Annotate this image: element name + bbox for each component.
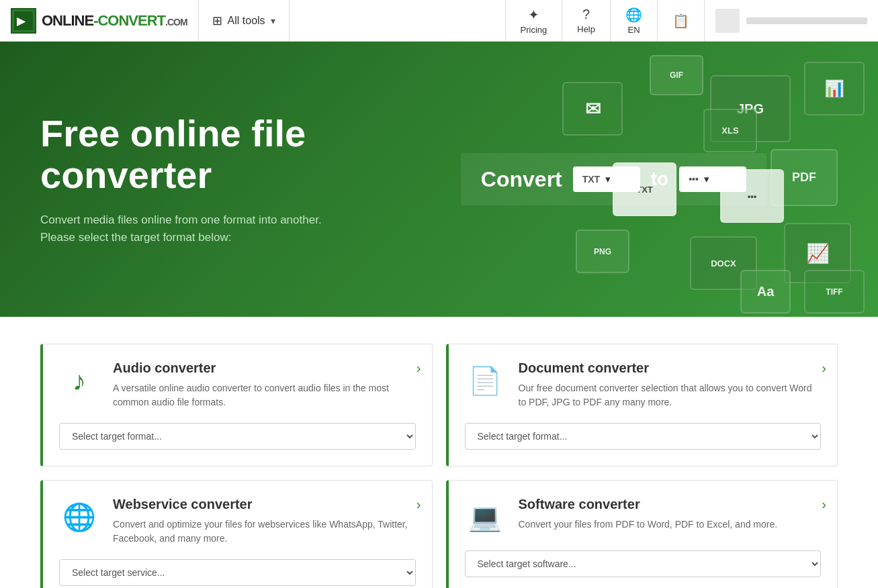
software-card-arrow[interactable]: › <box>822 497 826 512</box>
tag-icon: ✦ <box>528 7 539 23</box>
help-icon: ? <box>582 7 590 22</box>
software-card-desc: Convert your files from PDF to Word, PDF… <box>519 518 822 532</box>
webservice-card-desc: Convert and optimize your files for webs… <box>113 518 416 546</box>
music-icon: ♪ <box>73 366 86 396</box>
lang-label: EN <box>627 25 640 35</box>
document-format-select[interactable]: Select target format... PDFDOCDOCXTXT <box>465 423 822 450</box>
tiff-icon: TIFF <box>804 270 865 313</box>
logo-text: ONLINE-CONVERT.COM <box>42 12 187 30</box>
document-card-arrow[interactable]: › <box>822 360 826 376</box>
chevron-down-icon: ▾ <box>605 173 611 185</box>
software-card-header: 💻 Software converter Convert your files … <box>465 497 822 537</box>
webservice-target-select[interactable]: Select target service... WhatsAppTwitter… <box>59 559 416 586</box>
chart-icon: 📊 <box>804 62 865 115</box>
webservice-card-content: Webservice converter Convert and optimiz… <box>113 497 416 546</box>
hero-right: Convert TXT ▾ to ••• ▾ <box>390 153 838 205</box>
convert-bar: Convert TXT ▾ to ••• ▾ <box>461 153 766 205</box>
hero-section: ✉ GIF JPG 📊 PDF XLS TXT ••• PNG DOCX 📈 T… <box>0 42 878 317</box>
svg-text:▶: ▶ <box>17 15 26 27</box>
audio-format-select[interactable]: Select target format... MP3WAVOGGFLACAAC <box>59 423 416 450</box>
document-converter-card: 📄 Document converter Our free document c… <box>446 344 838 467</box>
monitor-icon: 💻 <box>468 501 502 533</box>
convert-label: Convert <box>481 167 562 192</box>
hero-title: Free online file converter <box>40 113 390 195</box>
document-card-desc: Our free document converter selection th… <box>519 381 822 409</box>
search-bar <box>746 17 867 24</box>
cards-grid: ♪ Audio converter A versatile online aud… <box>40 344 838 588</box>
audio-icon-wrap: ♪ <box>59 360 99 401</box>
pricing-label: Pricing <box>521 25 547 35</box>
software-converter-card: 💻 Software converter Convert your files … <box>446 480 838 588</box>
convert-from-select[interactable]: TXT ▾ <box>573 166 640 192</box>
hero-subtitle: Convert media files online from one form… <box>40 211 336 246</box>
help-nav-item[interactable]: ? Help <box>562 0 610 41</box>
document-icon: 📄 <box>468 365 502 397</box>
language-nav-item[interactable]: 🌐 EN <box>610 0 657 41</box>
history-nav-item[interactable]: 📋 <box>657 0 704 41</box>
envelope-icon: ✉ <box>562 82 623 136</box>
chevron-down-icon: ▾ <box>271 15 275 26</box>
pricing-nav-item[interactable]: ✦ Pricing <box>505 0 562 41</box>
webservice-icon-wrap: 🌐 <box>59 497 99 537</box>
navbar: ▶ ONLINE-CONVERT.COM ⊞ All tools ▾ ✦ Pri… <box>0 0 878 42</box>
avatar <box>715 9 740 33</box>
png-icon: PNG <box>576 230 629 273</box>
hero-left: Free online file converter Convert media… <box>40 113 390 246</box>
audio-card-content: Audio converter A versatile online audio… <box>113 360 416 409</box>
aa-icon: Aa <box>740 270 791 313</box>
software-target-select[interactable]: Select target software... WordExcelPower… <box>465 550 822 577</box>
audio-card-arrow[interactable]: › <box>416 360 421 376</box>
to-format-label: ••• <box>689 174 699 185</box>
webservice-card-header: 🌐 Webservice converter Convert and optim… <box>59 497 416 546</box>
chevron-down-icon-2: ▾ <box>704 173 709 185</box>
all-tools-label: All tools <box>228 15 265 27</box>
software-icon-wrap: 💻 <box>465 497 505 537</box>
software-card-title: Software converter <box>519 497 822 512</box>
webservice-card-title: Webservice converter <box>113 497 416 512</box>
audio-card-header: ♪ Audio converter A versatile online aud… <box>59 360 416 409</box>
audio-converter-card: ♪ Audio converter A versatile online aud… <box>40 344 433 467</box>
globe-icon-card: 🌐 <box>62 501 96 533</box>
webservice-converter-card: 🌐 Webservice converter Convert and optim… <box>40 480 433 588</box>
audio-card-desc: A versatile online audio converter to co… <box>113 381 416 409</box>
grid-icon: ⊞ <box>212 13 222 28</box>
document-card-title: Document converter <box>519 360 822 376</box>
history-icon: 📋 <box>672 13 689 29</box>
nav-search-area <box>704 0 878 41</box>
navbar-right: ✦ Pricing ? Help 🌐 EN 📋 <box>505 0 879 41</box>
audio-card-title: Audio converter <box>113 360 416 376</box>
from-format-label: TXT <box>582 174 600 185</box>
webservice-card-arrow[interactable]: › <box>416 497 421 512</box>
all-tools-menu[interactable]: ⊞ All tools ▾ <box>199 0 290 41</box>
document-card-content: Document converter Our free document con… <box>519 360 822 409</box>
software-card-content: Software converter Convert your files fr… <box>519 497 822 532</box>
globe-icon: 🌐 <box>625 7 642 23</box>
help-label: Help <box>577 24 595 34</box>
document-card-header: 📄 Document converter Our free document c… <box>465 360 822 409</box>
document-icon-wrap: 📄 <box>465 360 505 401</box>
gif-icon: GIF <box>650 55 703 95</box>
convert-to-label: to <box>651 168 668 190</box>
xls-icon: XLS <box>703 109 757 152</box>
logo[interactable]: ▶ ONLINE-CONVERT.COM <box>0 0 199 41</box>
convert-to-select[interactable]: ••• ▾ <box>679 166 746 192</box>
logo-icon: ▶ <box>11 8 36 34</box>
cards-section: ♪ Audio converter A versatile online aud… <box>0 317 878 588</box>
